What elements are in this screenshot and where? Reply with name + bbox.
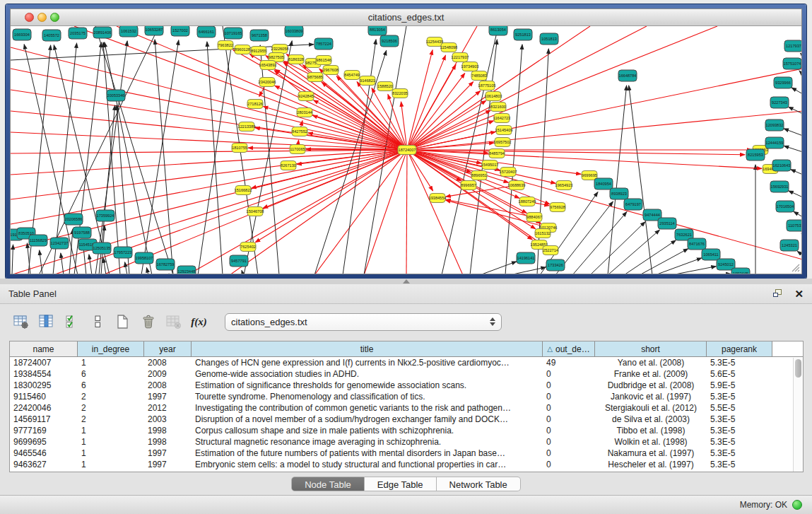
table-cell[interactable]: 1 xyxy=(78,425,144,436)
zoom-window-button[interactable] xyxy=(50,13,59,22)
select-column-button[interactable] xyxy=(37,313,56,332)
graph-node[interactable]: 10653287 xyxy=(145,26,163,35)
table-cell[interactable]: 1998 xyxy=(144,425,192,436)
table-cell[interactable]: 5.9E-5 xyxy=(707,380,772,391)
column-header-in_degree[interactable]: in_degree xyxy=(78,341,144,356)
table-cell[interactable]: 9115460 xyxy=(10,391,78,402)
table-cell[interactable]: 49 xyxy=(543,357,595,368)
table-selector[interactable]: citations_edges.txt xyxy=(225,313,502,331)
new-table-button[interactable] xyxy=(113,313,132,332)
graph-node[interactable]: 9251813 xyxy=(514,29,532,40)
graph-node[interactable]: 2718126 xyxy=(247,100,263,109)
graph-node[interactable]: 12093832 xyxy=(765,119,784,131)
table-row[interactable]: 911546021997Tourette syndrome. Phenomeno… xyxy=(10,391,803,402)
graph-node[interactable]: 1107533 xyxy=(787,220,801,231)
graph-node[interactable]: 18807249 xyxy=(519,197,536,206)
table-cell[interactable]: Hescheler et al. (1997) xyxy=(595,459,707,470)
graph-node[interactable]: 12444159 xyxy=(765,137,784,148)
table-row[interactable]: 1872400712008Changes of HCN gene express… xyxy=(10,357,803,368)
graph-node[interactable]: 19734903 xyxy=(461,62,479,71)
graph-node[interactable]: 15145409 xyxy=(495,126,513,135)
table-cell[interactable]: Wolkin et al. (1998) xyxy=(595,436,707,448)
column-header-pagerank[interactable]: pagerank xyxy=(707,341,772,356)
column-header-title[interactable]: title xyxy=(192,341,543,356)
graph-node[interactable]: 15720407 xyxy=(500,168,517,177)
graph-node[interactable]: 8215953 xyxy=(746,149,765,160)
table-cell[interactable]: Genome-wide association studies in ADHD. xyxy=(192,368,543,380)
column-header-year[interactable]: year xyxy=(144,341,192,356)
table-cell[interactable]: 5.3E-5 xyxy=(707,436,772,448)
graph-node[interactable]: 12923448 xyxy=(177,266,196,274)
graph-node[interactable]: 18775105 xyxy=(478,81,496,90)
graph-node[interactable]: 11642723 xyxy=(493,114,510,123)
minimize-window-button[interactable] xyxy=(37,13,47,22)
graph-node[interactable]: 16957502 xyxy=(494,138,512,147)
graph-node[interactable]: 12342737 xyxy=(50,238,69,249)
table-cell[interactable]: 2008 xyxy=(144,357,192,368)
graph-node[interactable]: 8613054 xyxy=(489,26,507,35)
table-cell[interactable]: 2003 xyxy=(144,414,192,425)
table-cell[interactable]: 5.3E-5 xyxy=(707,414,772,425)
graph-node[interactable]: 8471676 xyxy=(688,238,706,250)
graph-node[interactable]: 10688639 xyxy=(508,181,526,190)
table-cell[interactable]: Nakamura et al. (1997) xyxy=(595,448,707,459)
table-cell[interactable]: Embryonic stem cells: a model to study s… xyxy=(192,459,543,470)
graph-node[interactable]: 8186328 xyxy=(288,55,304,64)
table-row[interactable]: 977716911998Corpus callosum shape and si… xyxy=(10,425,803,436)
graph-node[interactable]: 8912955 xyxy=(251,47,266,56)
graph-node[interactable]: 20206586 xyxy=(64,214,83,225)
graph-node[interactable]: 1170065 xyxy=(290,145,305,154)
table-cell[interactable]: 5.5E-5 xyxy=(707,402,772,414)
close-panel-icon[interactable]: ✕ xyxy=(794,289,804,298)
table-scrollbar[interactable] xyxy=(793,358,803,472)
table-cell[interactable]: Estimation of significance thresholds fo… xyxy=(192,380,543,391)
graph-node[interactable]: 6479197 xyxy=(624,199,642,210)
graph-node[interactable]: 2935114 xyxy=(658,218,676,229)
memory-ok-indicator[interactable] xyxy=(792,500,802,510)
table-row[interactable]: 2242004622012Investigating the contribut… xyxy=(10,402,803,414)
table-cell[interactable]: 0 xyxy=(543,459,595,470)
graph-node[interactable]: 2035175 xyxy=(69,28,87,39)
table-cell[interactable]: 1 xyxy=(78,357,144,368)
graph-node[interactable]: 7485083 xyxy=(471,71,487,81)
graph-node[interactable]: 2522714 xyxy=(543,246,558,255)
graph-node[interactable]: 8427552 xyxy=(292,127,307,136)
tab-node-table[interactable]: Node Table xyxy=(291,477,365,491)
graph-node[interactable]: 1051813 xyxy=(540,33,558,45)
table-cell[interactable]: 0 xyxy=(543,402,595,414)
graph-node[interactable]: 23226058 xyxy=(271,45,289,54)
graph-node[interactable]: 17957223 xyxy=(114,247,132,258)
table-cell[interactable]: 1 xyxy=(78,448,144,459)
graph-node[interactable]: 8485794 xyxy=(489,149,505,158)
graph-node[interactable]: 8322035 xyxy=(392,89,408,98)
table-cell[interactable]: 9465546 xyxy=(10,448,78,459)
float-panel-icon[interactable] xyxy=(773,289,783,298)
graph-node[interactable]: 7857224 xyxy=(314,38,333,49)
column-header-out_de[interactable]: △out_de… xyxy=(543,341,595,356)
table-row[interactable]: 969969511998Structural magnetic resonanc… xyxy=(10,436,803,448)
delete-table-button[interactable] xyxy=(139,313,158,332)
table-cell[interactable]: 0 xyxy=(543,448,595,459)
graph-node[interactable]: 11156829 xyxy=(29,235,47,246)
table-cell[interactable]: 2 xyxy=(78,402,144,414)
graph-node[interactable]: 17359924 xyxy=(96,210,114,221)
table-cell[interactable]: 6 xyxy=(78,380,144,391)
table-cell[interactable]: 6 xyxy=(78,368,144,380)
table-settings-button[interactable] xyxy=(11,313,30,332)
window-titlebar[interactable]: citations_edges.txt xyxy=(11,9,801,26)
table-cell[interactable]: 0 xyxy=(543,414,595,425)
graph-node[interactable]: 1588520 xyxy=(377,82,393,91)
graph-node[interactable]: 15751074 xyxy=(783,58,801,69)
resize-grip-icon[interactable] xyxy=(790,262,800,272)
graph-node[interactable]: 1245321 xyxy=(780,240,799,251)
graph-node[interactable]: 7625402 xyxy=(240,243,256,252)
graph-node[interactable]: 2803144 xyxy=(297,108,312,117)
table-cell[interactable]: Stergiakouli et al. (2012) xyxy=(595,402,707,414)
row-height-button[interactable] xyxy=(88,313,107,332)
graph-node[interactable]: 16033809 xyxy=(285,26,303,37)
graph-node[interactable]: 10614803 xyxy=(485,92,502,101)
graph-node[interactable]: 16210643 xyxy=(772,160,791,171)
table-cell[interactable]: 14569117 xyxy=(10,414,78,425)
table-cell[interactable]: Dudbridge et al. (2008) xyxy=(595,380,707,391)
table-cell[interactable]: 9777169 xyxy=(10,425,78,436)
